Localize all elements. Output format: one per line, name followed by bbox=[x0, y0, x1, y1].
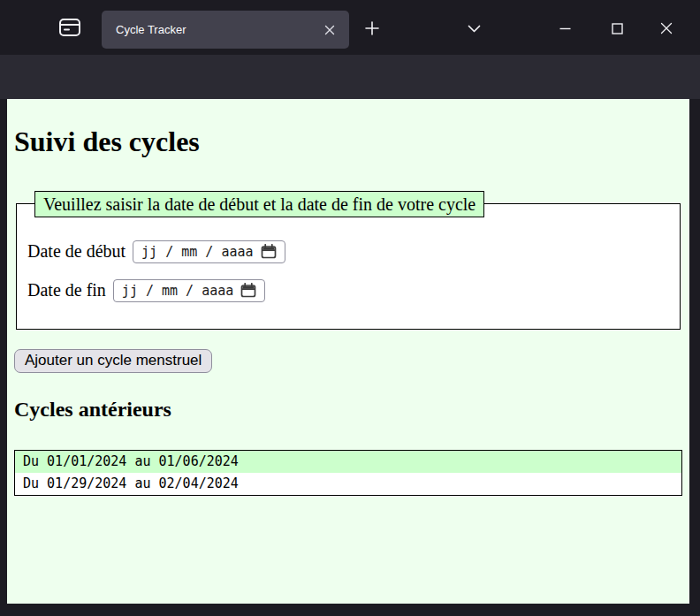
list-tabs-button[interactable] bbox=[459, 13, 489, 43]
cycle-list-item: Du 01/29/2024 au 02/04/2024 bbox=[15, 473, 681, 495]
tab-close-button[interactable] bbox=[319, 19, 340, 41]
plus-icon bbox=[365, 21, 379, 35]
close-icon bbox=[324, 25, 335, 35]
navigation-toolbar: https://mdn.github.io/pw A uO bbox=[0, 55, 700, 99]
calendar-icon bbox=[240, 283, 256, 298]
start-date-placeholder: jj / mm / aaaa bbox=[141, 244, 253, 260]
minimize-icon bbox=[559, 27, 571, 30]
cycle-list-item: Du 01/01/2024 au 01/06/2024 bbox=[15, 451, 681, 473]
tab-title: Cycle Tracker bbox=[116, 23, 319, 36]
calendar-icon bbox=[261, 244, 277, 259]
form-legend: Veuillez saisir la date de début et la d… bbox=[34, 191, 484, 217]
firefox-view-button[interactable] bbox=[55, 12, 85, 42]
chevron-down-icon bbox=[468, 25, 481, 33]
window-minimize-button[interactable] bbox=[550, 13, 580, 43]
start-date-input[interactable]: jj / mm / aaaa bbox=[133, 240, 285, 263]
firefox-view-icon bbox=[58, 17, 81, 38]
past-cycles-list: Du 01/01/2024 au 01/06/2024 Du 01/29/202… bbox=[14, 450, 682, 496]
browser-window: { "browser": { "tab_title": "Cycle Track… bbox=[0, 0, 700, 616]
end-date-row: Date de fin jj / mm / aaaa bbox=[27, 279, 669, 302]
window-maximize-button[interactable] bbox=[602, 13, 632, 43]
add-cycle-button[interactable]: Ajouter un cycle menstruel bbox=[14, 349, 212, 373]
start-date-row: Date de début jj / mm / aaaa bbox=[27, 240, 669, 263]
end-date-input[interactable]: jj / mm / aaaa bbox=[113, 279, 265, 302]
page-title: Suivi des cycles bbox=[14, 125, 682, 158]
new-cycle-fieldset: Veuillez saisir la date de début et la d… bbox=[16, 191, 681, 330]
maximize-icon bbox=[612, 23, 623, 34]
window-close-button[interactable] bbox=[651, 13, 681, 43]
new-tab-button[interactable] bbox=[357, 13, 387, 43]
browser-viewport: Suivi des cycles Veuillez saisir la date… bbox=[7, 99, 689, 604]
end-date-placeholder: jj / mm / aaaa bbox=[122, 283, 233, 299]
cycle-tracker-page: Suivi des cycles Veuillez saisir la date… bbox=[7, 125, 689, 496]
close-icon bbox=[660, 22, 673, 34]
past-cycles-heading: Cycles antérieurs bbox=[14, 397, 682, 422]
start-date-label: Date de début bbox=[27, 241, 126, 262]
tab-cycle-tracker[interactable]: Cycle Tracker bbox=[102, 11, 349, 49]
end-date-label: Date de fin bbox=[27, 280, 106, 300]
tab-bar: Cycle Tracker bbox=[0, 0, 700, 55]
